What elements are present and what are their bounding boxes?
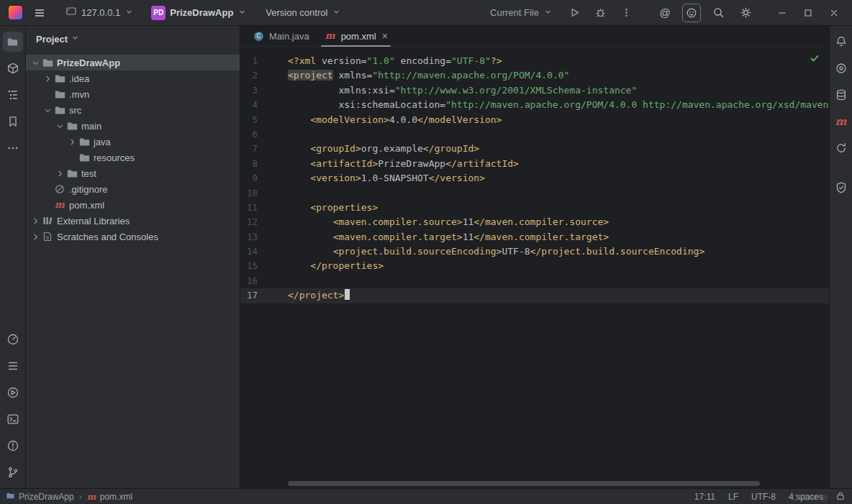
line-number: 12 <box>240 215 288 229</box>
code-editor[interactable]: 1<?xml version="1.0" encoding="UTF-8"?>2… <box>240 47 829 488</box>
chevron-down-icon[interactable] <box>55 120 65 132</box>
breadcrumb-project[interactable]: PrizeDrawApp <box>6 491 74 503</box>
tab-main-java[interactable]: CMain.java <box>245 26 317 46</box>
at-icon[interactable]: @ <box>655 3 675 23</box>
bell-icon[interactable] <box>831 32 851 52</box>
debug-bug-icon[interactable] <box>590 3 610 23</box>
maximize-button[interactable] <box>797 3 819 23</box>
close-icon[interactable]: × <box>382 30 388 42</box>
smiley-icon[interactable] <box>682 4 701 22</box>
vcs-widget[interactable]: Version control <box>260 4 347 22</box>
run-config-widget[interactable]: Current File <box>484 4 558 22</box>
shield-icon[interactable] <box>831 178 851 198</box>
more-icon[interactable] <box>3 138 23 158</box>
tree-item-test[interactable]: test <box>26 165 240 181</box>
code-line-7[interactable]: 7 <groupId>org.example</groupId> <box>240 142 829 156</box>
search-icon[interactable] <box>708 3 728 23</box>
run-icon[interactable] <box>564 3 584 23</box>
list-icon[interactable] <box>3 356 23 376</box>
code-line-3[interactable]: 3 xmlns:xsi="http://www.w3.org/2001/XMLS… <box>240 83 829 98</box>
code-line-9[interactable]: 9 <version>1.0-SNAPSHOT</version> <box>240 171 829 185</box>
line-number: 7 <box>240 142 288 156</box>
database-icon[interactable] <box>831 85 851 105</box>
tree-item-label: pom.xml <box>69 200 104 211</box>
folder-icon[interactable] <box>3 32 23 52</box>
indent-size[interactable]: 4 spaces <box>789 492 823 502</box>
window-controls <box>771 3 845 23</box>
project-tree: PrizeDrawApp.idea.mvnsrcmainjavaresource… <box>26 50 240 244</box>
code-line-10[interactable]: 10 <box>240 186 829 201</box>
code-line-13[interactable]: 13 <maven.compiler.target>11</maven.comp… <box>240 230 829 244</box>
maven-tool-icon[interactable]: m <box>831 111 851 132</box>
breadcrumb-file[interactable]: m pom.xml <box>87 492 132 502</box>
hamburger-menu-icon[interactable] <box>30 3 50 23</box>
libraries-icon <box>41 215 54 226</box>
chevron-right-icon[interactable] <box>55 168 65 179</box>
sync-icon[interactable] <box>831 138 851 158</box>
line-separator[interactable]: LF <box>728 492 738 502</box>
tree-item-idea[interactable]: .idea <box>26 70 240 86</box>
cursor-position[interactable]: 17:11 <box>694 492 715 502</box>
cube-icon[interactable] <box>3 58 23 78</box>
line-number: 13 <box>240 230 288 244</box>
code-line-11[interactable]: 11 <properties> <box>240 201 829 215</box>
code-line-16[interactable]: 16 <box>240 274 829 288</box>
at-glyph: @ <box>659 6 670 19</box>
tree-item-label: java <box>94 137 111 147</box>
monitor-icon <box>65 6 77 19</box>
tree-item-main[interactable]: main <box>26 118 240 134</box>
inspection-check-icon[interactable] <box>810 53 820 68</box>
terminal-icon[interactable] <box>3 409 23 429</box>
project-panel-header[interactable]: Project <box>26 27 240 50</box>
code-line-17[interactable]: 17</project> <box>240 288 829 303</box>
code-line-14[interactable]: 14 <project.build.sourceEncoding>UTF-8</… <box>240 244 829 259</box>
scratches-icon <box>41 231 54 242</box>
code-line-12[interactable]: 12 <maven.compiler.source>11</maven.comp… <box>240 215 829 229</box>
tree-item-prizedrawapp[interactable]: PrizeDrawApp <box>26 55 240 70</box>
tree-item-pom-xml[interactable]: mpom.xml <box>26 197 240 213</box>
tree-item-resources[interactable]: resources <box>26 150 240 165</box>
vcs-label: Version control <box>266 7 327 18</box>
settings-gear-icon[interactable] <box>735 3 756 23</box>
right-toolbar-top: m <box>831 32 851 165</box>
chevron-right-icon[interactable] <box>30 215 41 226</box>
code-line-1[interactable]: 1<?xml version="1.0" encoding="UTF-8"?> <box>240 54 829 68</box>
tree-item-mvn[interactable]: .mvn <box>26 86 240 102</box>
code-line-4[interactable]: 4 xsi:schemaLocation="http://maven.apach… <box>240 98 829 112</box>
more-actions-kebab-icon[interactable] <box>616 3 636 23</box>
bookmark-icon[interactable] <box>3 111 23 132</box>
play-circle-icon[interactable] <box>3 382 23 403</box>
code-line-2[interactable]: 2<project xmlns="http://maven.apache.org… <box>240 68 829 83</box>
ring-icon[interactable] <box>831 58 851 78</box>
tab-pom-xml[interactable]: mpom.xml× <box>317 26 395 46</box>
error-icon[interactable] <box>3 436 23 456</box>
code-line-15[interactable]: 15 </properties> <box>240 259 829 273</box>
line-number: 15 <box>240 259 288 273</box>
branch-icon[interactable] <box>3 462 23 482</box>
tree-item-external-libraries[interactable]: External Libraries <box>26 213 240 229</box>
structure-icon[interactable] <box>3 85 23 105</box>
horizontal-scrollbar[interactable] <box>288 481 760 486</box>
host-widget[interactable]: 127.0.0.1 <box>60 3 140 22</box>
tree-item-src[interactable]: src <box>26 102 240 118</box>
lock-icon[interactable] <box>836 491 845 503</box>
project-widget[interactable]: PD PrizeDrawApp <box>145 3 253 23</box>
gauge-icon[interactable] <box>3 329 23 349</box>
chevron-down-icon[interactable] <box>30 57 41 68</box>
tree-item-label: PrizeDrawApp <box>57 58 120 68</box>
chevron-right-icon[interactable] <box>42 73 53 84</box>
tree-item-gitignore[interactable]: .gitignore <box>26 181 240 197</box>
chevron-down-icon[interactable] <box>42 104 53 116</box>
tree-item-scratches-and-consoles[interactable]: Scratches and Consoles <box>26 229 240 244</box>
tree-item-label: src <box>69 105 81 116</box>
chevron-right-icon[interactable] <box>30 231 41 242</box>
code-line-8[interactable]: 8 <artifactId>PrizeDrawApp</artifactId> <box>240 157 829 171</box>
minimize-button[interactable] <box>771 3 793 23</box>
chevron-right-icon[interactable] <box>67 136 78 147</box>
project-folder-icon <box>6 491 15 503</box>
close-button[interactable] <box>823 3 845 23</box>
file-encoding[interactable]: UTF-8 <box>751 492 776 502</box>
code-line-6[interactable]: 6 <box>240 127 829 142</box>
code-line-5[interactable]: 5 <modelVersion>4.0.0</modelVersion> <box>240 113 829 127</box>
tree-item-java[interactable]: java <box>26 134 240 150</box>
